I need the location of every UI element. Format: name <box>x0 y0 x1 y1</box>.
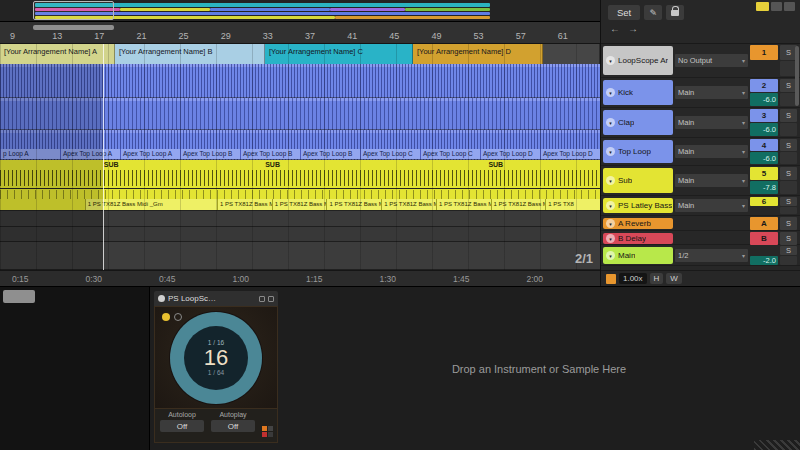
vertical-scrollbar[interactable] <box>795 46 799 106</box>
set-button[interactable]: Set <box>608 5 640 20</box>
clip-label[interactable]: 1 PS TX81Z Bass M <box>436 199 491 210</box>
reverb-return-lane[interactable] <box>0 211 600 227</box>
clip-label[interactable]: SUB <box>488 161 503 168</box>
fold-icon[interactable]: ▾ <box>606 176 615 185</box>
routing-select[interactable]: Main▾ <box>675 145 748 158</box>
volume-field[interactable]: -6.0 <box>750 152 778 164</box>
clip-label[interactable]: Apex Top Loop C <box>360 149 420 159</box>
fold-icon[interactable]: ▾ <box>606 118 615 127</box>
sub-track-lane[interactable]: SUBSUBSUB <box>0 160 600 189</box>
track-row[interactable]: ▾PS Latley BassMain▾6S <box>601 196 800 216</box>
autoplay-toggle[interactable]: Off <box>211 420 255 432</box>
solo-button[interactable]: S <box>780 217 797 230</box>
track-name[interactable]: ▾LoopScope Ar <box>603 46 673 75</box>
width-zoom-button[interactable]: W <box>666 273 682 284</box>
track-name[interactable]: ▾PS Latley Bass <box>603 198 673 213</box>
volume-field[interactable]: -7.8 <box>750 181 778 194</box>
loop-length-dial[interactable]: 1 / 16 16 1 / 64 <box>170 312 262 404</box>
bar-ruler[interactable]: 913172125293337414549535761 <box>0 22 600 44</box>
song-overview[interactable] <box>0 0 600 22</box>
clip-label[interactable]: 1 PS TX81Z Bass Midi _Gm <box>85 199 217 210</box>
clip-label[interactable]: 1 PS TX81Z Bass M <box>272 199 327 210</box>
track-name[interactable]: ▾Main <box>603 247 673 264</box>
track-name[interactable]: ▾A Reverb <box>603 218 673 229</box>
solo-button[interactable]: S <box>780 232 797 245</box>
clip-label[interactable]: SUB <box>104 161 119 168</box>
main-track-lane[interactable] <box>0 242 600 270</box>
hotswap-icon[interactable] <box>259 296 265 302</box>
routing-select[interactable]: Main▾ <box>675 86 748 99</box>
clip-label[interactable]: 1 PS TX81Z Bass M <box>217 199 272 210</box>
clip-label[interactable]: Apex Top Loop B <box>240 149 300 159</box>
clip-label[interactable]: Apex Top Loop B <box>300 149 360 159</box>
param-dot-inactive-icon[interactable] <box>174 313 182 321</box>
clip-label[interactable]: SUB <box>265 161 280 168</box>
track-row[interactable]: ▾Top LoopMain▾4S-6.0 <box>601 138 800 166</box>
clip-label[interactable]: Apex Top Loop D <box>540 149 600 159</box>
solo-button[interactable]: S <box>780 167 797 180</box>
fold-icon[interactable]: ▾ <box>606 201 615 210</box>
volume-field[interactable]: -6.0 <box>750 123 778 136</box>
track-name[interactable]: ▾Clap <box>603 110 673 135</box>
arrangement-section[interactable]: [Your Arrangement Name] A <box>0 44 115 64</box>
clip-label[interactable]: p Loop A <box>0 149 60 159</box>
resize-stripes[interactable] <box>754 440 800 450</box>
solo-button[interactable]: S <box>780 109 797 122</box>
device-drop-zone[interactable]: Drop an Instrument or Sample Here <box>278 287 800 450</box>
arrangement-area[interactable]: [Your Arrangement Name] A[Your Arrangeme… <box>0 44 600 270</box>
clip-label[interactable]: Apex Top Loop B <box>180 149 240 159</box>
param-dot-active-icon[interactable] <box>162 313 170 321</box>
solo-button[interactable]: S <box>780 197 797 206</box>
track-name[interactable]: ▾Sub <box>603 168 673 193</box>
fold-icon[interactable]: ▾ <box>606 219 615 228</box>
track-row[interactable]: ▾A Reverb▾AS <box>601 216 800 231</box>
routing-select[interactable]: Main▾ <box>675 199 748 212</box>
volume-field[interactable]: -6.0 <box>750 93 778 106</box>
device-activator-icon[interactable] <box>158 295 165 302</box>
height-zoom-button[interactable]: H <box>650 273 664 284</box>
clip-label[interactable]: Apex Top Loop A <box>60 149 120 159</box>
fold-icon[interactable]: ▾ <box>606 147 615 156</box>
clip-label[interactable]: Apex Top Loop D <box>480 149 540 159</box>
fold-icon[interactable]: ▾ <box>606 234 615 243</box>
track-name[interactable]: ▾B Delay <box>603 233 673 244</box>
track-name[interactable]: ▾Top Loop <box>603 140 673 163</box>
device-title-bar[interactable]: PS LoopSc… <box>154 291 278 306</box>
delay-return-lane[interactable] <box>0 227 600 242</box>
clip-label[interactable]: Apex Top Loop A <box>120 149 180 159</box>
arrangement-section[interactable]: [Your Arrangement Name] B <box>115 44 265 64</box>
bass-track-lane[interactable]: 1 PS TX81Z Bass Midi _Gm1 PS TX81Z Bass … <box>0 189 600 211</box>
fold-icon[interactable]: ▾ <box>606 251 615 260</box>
clip-label[interactable]: 1 PS TX8 <box>545 199 600 210</box>
arrangement-section[interactable]: [Your Arrangement Name] D <box>413 44 543 64</box>
clip-label[interactable]: 1 PS TX81Z Bass M <box>381 199 436 210</box>
draw-mode-button[interactable]: ✎ <box>644 5 662 20</box>
volume-field[interactable]: -2.0 <box>750 256 778 265</box>
clip-label[interactable]: 1 PS TX81Z Bass M <box>326 199 381 210</box>
solo-button[interactable]: S <box>780 139 797 151</box>
device-view-tab[interactable] <box>3 290 35 303</box>
track-row[interactable]: ▾SubMain▾5S-7.8 <box>601 166 800 196</box>
time-ruler[interactable]: 0:150:300:451:001:151:301:452:00 <box>0 270 600 286</box>
routing-select[interactable]: Main▾ <box>675 174 748 187</box>
nudge-left-button[interactable]: ← <box>610 24 620 34</box>
track-row[interactable]: ▾KickMain▾2S-6.0 <box>601 78 800 108</box>
autoloop-toggle[interactable]: Off <box>160 420 204 432</box>
save-preset-icon[interactable] <box>268 296 274 302</box>
track-row[interactable]: ▾Main1/2▾S-2.0 <box>601 245 800 266</box>
clip-label[interactable]: Apex Top Loop C <box>420 149 480 159</box>
fold-icon[interactable]: ▾ <box>606 88 615 97</box>
toploop-track-lane[interactable]: p Loop AApex Top Loop AApex Top Loop AAp… <box>0 130 600 160</box>
solo-button[interactable]: S <box>780 246 797 255</box>
track-row[interactable]: ▾B Delay▾BS <box>601 231 800 245</box>
playback-speed-badge[interactable]: 1.00x <box>619 273 647 284</box>
routing-select[interactable]: 1/2▾ <box>675 249 748 262</box>
clip-label[interactable]: 1 PS TX81Z Bass M <box>491 199 546 210</box>
clap-track-lane[interactable] <box>0 98 600 130</box>
fold-icon[interactable]: ▾ <box>606 56 615 65</box>
kick-track-lane[interactable] <box>0 64 600 98</box>
track-row[interactable]: ▾LoopScope ArNo Output▾1S <box>601 44 800 78</box>
loop-brace[interactable] <box>33 25 114 30</box>
routing-select[interactable]: Main▾ <box>675 116 748 129</box>
lock-envelopes-button[interactable] <box>666 5 684 20</box>
